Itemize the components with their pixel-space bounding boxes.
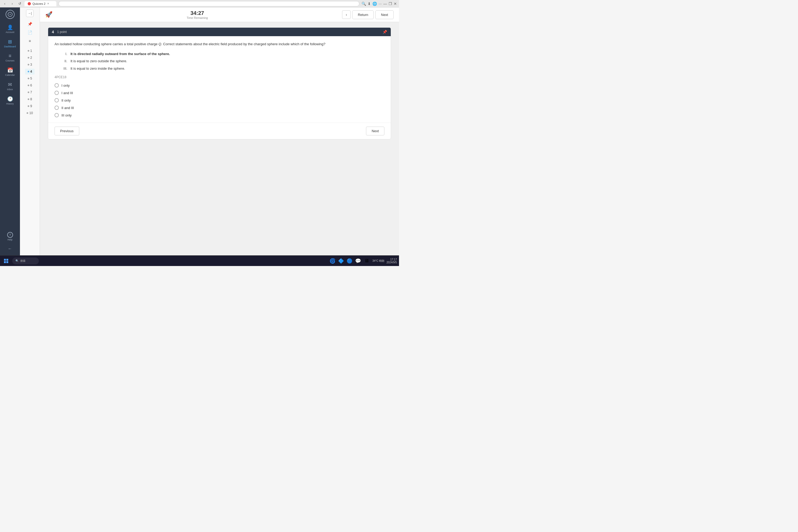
q4-dot — [28, 71, 29, 72]
browser-close-icon[interactable]: ✕ — [394, 2, 397, 6]
taskbar-screen-icon[interactable]: 🖥 — [363, 257, 370, 265]
next-button[interactable]: Next — [366, 127, 384, 135]
question-num-3[interactable]: 3 — [25, 62, 35, 68]
quiz-area: 4 1 point 📌 An isolated hollow conductin… — [40, 22, 399, 255]
collapse-icon: ← — [8, 246, 12, 251]
question-text: An isolated hollow conducting sphere car… — [55, 41, 384, 47]
browser-search-icon[interactable]: 🔍 — [361, 2, 366, 6]
previous-button[interactable]: Previous — [55, 127, 79, 135]
browser-download-icon[interactable]: ⬇ — [367, 2, 371, 6]
radio-4[interactable] — [55, 106, 59, 110]
question-num-6[interactable]: 6 — [25, 82, 35, 88]
nav-doc-button[interactable]: 📄 — [26, 29, 34, 36]
browser-chrome: ‹ › ↺ Quizzes 2 ✕ 🔍 ⬇ 🌐 ··· — ❐ ✕ — [0, 0, 399, 7]
sidebar-item-help[interactable]: ? Help — [1, 230, 19, 243]
option-5[interactable]: III only — [55, 113, 384, 117]
question-reference: 4PCE18 — [55, 75, 384, 79]
svg-rect-6 — [6, 261, 8, 263]
dashboard-icon: ⊞ — [8, 39, 12, 45]
account-label: Account — [5, 31, 14, 34]
svg-rect-4 — [6, 259, 8, 261]
back-button[interactable]: ‹ — [2, 1, 7, 6]
roman-item-3: III. It is equal to zero inside the sphe… — [60, 66, 384, 71]
main-content: 🚀 34:27 Time Remaining ‹ Return Next 4 1… — [40, 7, 399, 255]
q6-dot — [28, 84, 29, 86]
option-4[interactable]: II and III — [55, 106, 384, 110]
sidebar-item-dashboard[interactable]: ⊞ Dashboard — [1, 37, 19, 50]
question-pin-icon[interactable]: 📌 — [382, 30, 387, 34]
sidebar-item-inbox[interactable]: ✉ Inbox — [1, 79, 19, 93]
taskbar-chrome-icon[interactable]: 🌀 — [329, 257, 336, 265]
option-2[interactable]: I and III — [55, 91, 384, 95]
start-button[interactable] — [2, 258, 10, 264]
calendar-label: Calendar — [5, 74, 15, 76]
question-num-5[interactable]: 5 — [25, 76, 35, 81]
nav-icons: 📄 ≡ — [26, 29, 34, 45]
option-3[interactable]: II only — [55, 98, 384, 102]
tab-favicon — [28, 2, 31, 5]
app-logo — [5, 10, 15, 19]
courses-icon: ≡ — [8, 53, 12, 59]
taskbar-search[interactable]: 🔍 搜索 — [12, 258, 39, 264]
sidebar: 👤 Account ⊞ Dashboard ≡ Courses 📅 Calend… — [0, 7, 20, 255]
forward-button[interactable]: › — [10, 1, 15, 6]
roman-num-1: I. — [60, 51, 67, 57]
taskbar-wechat-icon[interactable]: 💬 — [354, 257, 362, 265]
browser-restore-icon[interactable]: ❐ — [388, 2, 392, 6]
roman-text-2: It is equal to zero outside the sphere. — [71, 58, 127, 64]
chevron-left-button[interactable]: ‹ — [342, 11, 350, 19]
taskbar-temp: 34°C 晴朗 — [373, 259, 384, 263]
sidebar-collapse-button[interactable]: ← — [1, 244, 19, 253]
taskbar-edge-icon[interactable]: 🔷 — [337, 257, 345, 265]
radio-2[interactable] — [55, 91, 59, 95]
tab-title: Quizzes 2 — [33, 2, 45, 5]
top-next-button[interactable]: Next — [375, 11, 394, 19]
browser-icons: 🔍 ⬇ 🌐 ··· — ❐ ✕ — [361, 2, 397, 6]
question-num-7[interactable]: 7 — [25, 89, 35, 95]
rocket-icon: 🚀 — [45, 11, 52, 18]
option-label-1: I only — [61, 83, 70, 88]
browser-minimize-icon[interactable]: — — [383, 2, 387, 6]
sidebar-item-history[interactable]: 🕐 History — [1, 94, 19, 107]
roman-item-2: II. It is equal to zero outside the sphe… — [60, 58, 384, 64]
q1-dot — [28, 50, 29, 52]
taskbar-right: 34°C 晴朗 17:17 2024/9/5 — [373, 258, 397, 264]
question-points: 1 point — [57, 30, 67, 34]
sidebar-item-account[interactable]: 👤 Account — [1, 22, 19, 36]
taskbar-search-icon: 🔍 — [15, 259, 19, 262]
option-1[interactable]: I only — [55, 83, 384, 88]
radio-1[interactable] — [55, 83, 59, 88]
browser-globe-icon[interactable]: 🌐 — [373, 2, 377, 6]
nav-collapse-button[interactable]: →| — [26, 10, 34, 17]
question-num-1[interactable]: 1 — [25, 48, 35, 54]
nav-pin-button[interactable]: 📌 — [26, 20, 34, 28]
sidebar-item-calendar[interactable]: 📅 Calendar — [1, 65, 19, 78]
question-body: An isolated hollow conducting sphere car… — [48, 36, 391, 122]
taskbar-clock: 17:17 2024/9/5 — [386, 258, 397, 264]
radio-5[interactable] — [55, 113, 59, 117]
question-num-8[interactable]: 8 — [25, 96, 35, 102]
inbox-icon: ✉ — [8, 82, 12, 88]
radio-3[interactable] — [55, 98, 59, 102]
sidebar-item-courses[interactable]: ≡ Courses — [1, 51, 19, 64]
roman-list: I. It is directed radially outward from … — [60, 51, 384, 71]
browser-more-icon[interactable]: ··· — [379, 2, 382, 6]
timer-value: 34:27 — [187, 10, 208, 16]
roman-text-3: It is equal to zero inside the sphere. — [71, 66, 125, 71]
svg-rect-5 — [4, 261, 6, 263]
question-num-9[interactable]: 9 — [25, 103, 35, 109]
history-icon: 🕐 — [7, 96, 13, 102]
address-bar[interactable] — [58, 1, 359, 6]
question-num-2[interactable]: 2 — [25, 55, 35, 61]
dashboard-label: Dashboard — [4, 45, 16, 48]
taskbar-ie-icon[interactable]: 🔵 — [346, 257, 353, 265]
browser-tab[interactable]: Quizzes 2 ✕ — [24, 1, 56, 6]
help-icon: ? — [7, 232, 13, 238]
tab-close-button[interactable]: ✕ — [47, 2, 49, 5]
nav-list-button[interactable]: ≡ — [26, 37, 34, 45]
calendar-icon: 📅 — [7, 67, 13, 73]
return-button[interactable]: Return — [352, 11, 374, 19]
question-num-10[interactable]: 10 — [25, 110, 35, 116]
refresh-button[interactable]: ↺ — [17, 1, 22, 6]
question-num-4[interactable]: 4 — [25, 69, 35, 75]
